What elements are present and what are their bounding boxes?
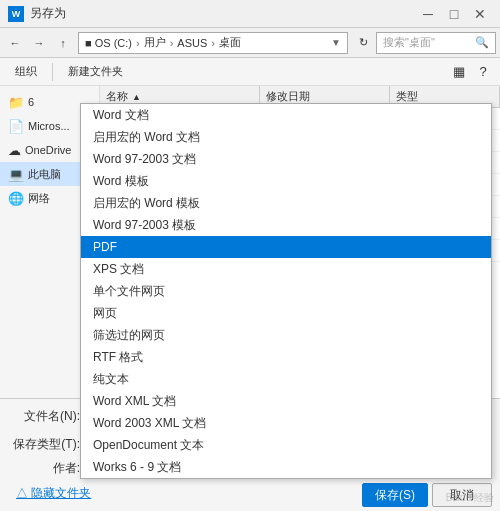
minimize-button[interactable]: ─ — [416, 4, 440, 24]
folder-icon: 📁 — [8, 95, 24, 110]
window-title: 另存为 — [30, 5, 416, 22]
dropdown-item[interactable]: OpenDocument 文本 — [81, 434, 491, 456]
dropdown-item[interactable]: 纯文本 — [81, 368, 491, 390]
author-label: 作者: — [8, 460, 80, 477]
dropdown-item[interactable]: Works 6 - 9 文档 — [81, 456, 491, 478]
dropdown-item[interactable]: Word 文档 — [81, 104, 491, 126]
dropdown-item[interactable]: RTF 格式 — [81, 346, 491, 368]
new-folder-button[interactable]: 新建文件夹 — [59, 61, 132, 83]
sort-icon: ▲ — [132, 92, 141, 102]
sidebar-item-label: Micros... — [28, 120, 70, 132]
main-area: 组织 新建文件夹 ▦ ? 📁 6 📄 Micros... — [0, 58, 500, 511]
computer-icon: 💻 — [8, 167, 24, 182]
dropdown-item[interactable]: 启用宏的 Word 文档 — [81, 126, 491, 148]
dropdown-item[interactable]: 启用宏的 Word 模板 — [81, 192, 491, 214]
bottom-actions: △ 隐藏文件夹 保存(S) 取消 — [8, 479, 492, 507]
organize-button[interactable]: 组织 — [6, 61, 46, 83]
dropdown-item[interactable]: Word 97-2003 模板 — [81, 214, 491, 236]
dropdown-item[interactable]: 网页 — [81, 302, 491, 324]
dropdown-item[interactable]: 筛选过的网页 — [81, 324, 491, 346]
save-button[interactable]: 保存(S) — [362, 483, 428, 507]
close-button[interactable]: ✕ — [468, 4, 492, 24]
sidebar-item-label: 6 — [28, 96, 34, 108]
word-icon: 📄 — [8, 119, 24, 134]
bottom-area: 文件名(N): 用人力分离 ▼ 保存类型(T): Word 文档 ▼ 作者: — [0, 398, 500, 511]
dropdown-item[interactable]: 单个文件网页 — [81, 280, 491, 302]
path-dropdown-icon: ▼ — [331, 37, 341, 48]
cloud-icon: ☁ — [8, 143, 21, 158]
view-button[interactable]: ▦ — [448, 61, 470, 83]
hidden-files-link[interactable]: △ 隐藏文件夹 — [16, 485, 91, 502]
cancel-button[interactable]: 取消 — [432, 483, 492, 507]
search-icon: 🔍 — [475, 36, 489, 49]
sidebar-item-label: OneDrive — [25, 144, 71, 156]
toolbar-separator — [52, 63, 53, 81]
title-bar: W 另存为 ─ □ ✕ — [0, 0, 500, 28]
search-placeholder: 搜索"桌面" — [383, 35, 435, 50]
dropdown-item[interactable]: XPS 文档 — [81, 258, 491, 280]
network-icon: 🌐 — [8, 191, 24, 206]
path-bar[interactable]: ■ OS (C:) › 用户 › ASUS › 桌面 ▼ — [78, 32, 348, 54]
view-controls: ▦ ? — [448, 61, 494, 83]
help-button[interactable]: ? — [472, 61, 494, 83]
filetype-dropdown: Word 文档 启用宏的 Word 文档 Word 97-2003 文档 Wor… — [80, 103, 492, 479]
sidebar-item-label: 网络 — [28, 191, 50, 206]
dropdown-item-pdf[interactable]: PDF — [81, 236, 491, 258]
toolbar: ← → ↑ ■ OS (C:) › 用户 › ASUS › 桌面 ▼ ↻ 搜索"… — [0, 28, 500, 58]
sec-toolbar: 组织 新建文件夹 ▦ ? — [0, 58, 500, 86]
path-segment: ■ OS (C:) › 用户 › ASUS › 桌面 — [85, 35, 241, 50]
search-box[interactable]: 搜索"桌面" 🔍 — [376, 32, 496, 54]
back-button[interactable]: ← — [4, 32, 26, 54]
action-buttons: 保存(S) 取消 — [362, 483, 492, 507]
up-button[interactable]: ↑ — [52, 32, 74, 54]
maximize-button[interactable]: □ — [442, 4, 466, 24]
window-controls: ─ □ ✕ — [416, 4, 492, 24]
dropdown-item[interactable]: Word 2003 XML 文档 — [81, 412, 491, 434]
sidebar-item-label: 此电脑 — [28, 167, 61, 182]
app-icon: W — [8, 6, 24, 22]
refresh-button[interactable]: ↻ — [352, 32, 374, 54]
dropdown-item[interactable]: Word XML 文档 — [81, 390, 491, 412]
forward-button[interactable]: → — [28, 32, 50, 54]
filetype-label: 保存类型(T): — [8, 436, 80, 453]
dropdown-item[interactable]: Word 模板 — [81, 170, 491, 192]
dropdown-item[interactable]: Word 97-2003 文档 — [81, 148, 491, 170]
filename-label: 文件名(N): — [8, 408, 80, 425]
